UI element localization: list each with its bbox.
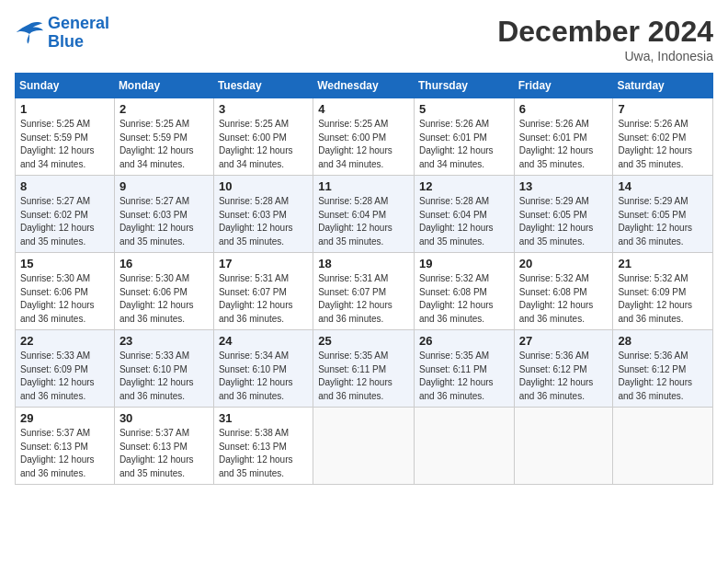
day-info: Sunrise: 5:35 AM Sunset: 6:11 PM Dayligh… bbox=[419, 350, 509, 403]
day-info: Sunrise: 5:31 AM Sunset: 6:07 PM Dayligh… bbox=[318, 272, 409, 326]
day-number: 10 bbox=[219, 179, 308, 193]
day-info: Sunrise: 5:30 AM Sunset: 6:06 PM Dayligh… bbox=[20, 272, 109, 326]
day-number: 8 bbox=[20, 179, 109, 193]
day-number: 9 bbox=[119, 179, 209, 193]
day-number: 24 bbox=[219, 334, 308, 348]
calendar-day-cell: 20Sunrise: 5:32 AM Sunset: 6:08 PM Dayli… bbox=[514, 253, 613, 330]
calendar-day-cell: 27Sunrise: 5:36 AM Sunset: 6:12 PM Dayli… bbox=[514, 330, 613, 408]
calendar-day-cell: 4Sunrise: 5:25 AM Sunset: 6:00 PM Daylig… bbox=[313, 98, 415, 176]
day-number: 16 bbox=[119, 257, 209, 270]
calendar-day-cell: 7Sunrise: 5:26 AM Sunset: 6:02 PM Daylig… bbox=[613, 98, 713, 176]
calendar-day-cell: 16Sunrise: 5:30 AM Sunset: 6:06 PM Dayli… bbox=[114, 253, 213, 330]
day-info: Sunrise: 5:36 AM Sunset: 6:12 PM Dayligh… bbox=[519, 350, 609, 403]
day-number: 11 bbox=[318, 179, 409, 193]
day-number: 3 bbox=[219, 102, 308, 116]
calendar-week-row: 22Sunrise: 5:33 AM Sunset: 6:09 PM Dayli… bbox=[16, 330, 713, 408]
month-title: December 2024 bbox=[497, 15, 713, 49]
day-info: Sunrise: 5:34 AM Sunset: 6:10 PM Dayligh… bbox=[219, 350, 308, 403]
location: Uwa, Indonesia bbox=[497, 49, 713, 63]
day-number: 31 bbox=[219, 411, 308, 425]
calendar-day-cell: 2Sunrise: 5:25 AM Sunset: 5:59 PM Daylig… bbox=[114, 98, 213, 176]
calendar-day-cell: 6Sunrise: 5:26 AM Sunset: 6:01 PM Daylig… bbox=[514, 98, 613, 176]
weekday-header-monday: Monday bbox=[114, 74, 213, 98]
calendar-day-cell: 28Sunrise: 5:36 AM Sunset: 6:12 PM Dayli… bbox=[613, 330, 713, 408]
calendar-day-cell: 24Sunrise: 5:34 AM Sunset: 6:10 PM Dayli… bbox=[213, 330, 313, 408]
day-number: 29 bbox=[20, 411, 109, 425]
day-number: 23 bbox=[119, 334, 209, 348]
calendar-day-cell: 30Sunrise: 5:37 AM Sunset: 6:13 PM Dayli… bbox=[114, 408, 213, 485]
weekday-header-wednesday: Wednesday bbox=[313, 74, 415, 98]
calendar-day-cell: 29Sunrise: 5:37 AM Sunset: 6:13 PM Dayli… bbox=[16, 408, 115, 485]
day-info: Sunrise: 5:28 AM Sunset: 6:04 PM Dayligh… bbox=[419, 195, 509, 248]
calendar-day-cell: 21Sunrise: 5:32 AM Sunset: 6:09 PM Dayli… bbox=[613, 253, 713, 330]
day-number: 17 bbox=[219, 257, 308, 270]
day-info: Sunrise: 5:25 AM Sunset: 6:00 PM Dayligh… bbox=[219, 118, 308, 171]
calendar-week-row: 8Sunrise: 5:27 AM Sunset: 6:02 PM Daylig… bbox=[16, 176, 713, 253]
day-number: 22 bbox=[20, 334, 109, 348]
calendar-day-cell: 8Sunrise: 5:27 AM Sunset: 6:02 PM Daylig… bbox=[16, 176, 115, 253]
calendar-day-cell: 10Sunrise: 5:28 AM Sunset: 6:03 PM Dayli… bbox=[213, 176, 313, 253]
logo-text: GeneralBlue bbox=[48, 15, 109, 52]
day-info: Sunrise: 5:33 AM Sunset: 6:10 PM Dayligh… bbox=[119, 350, 209, 403]
day-number: 2 bbox=[119, 102, 209, 116]
day-info: Sunrise: 5:26 AM Sunset: 6:01 PM Dayligh… bbox=[419, 118, 509, 171]
day-info: Sunrise: 5:26 AM Sunset: 6:02 PM Dayligh… bbox=[618, 118, 708, 171]
day-info: Sunrise: 5:25 AM Sunset: 5:59 PM Dayligh… bbox=[20, 118, 109, 171]
calendar-day-cell: 15Sunrise: 5:30 AM Sunset: 6:06 PM Dayli… bbox=[16, 253, 115, 330]
day-info: Sunrise: 5:28 AM Sunset: 6:04 PM Dayligh… bbox=[318, 195, 409, 248]
empty-cell bbox=[313, 408, 415, 485]
day-number: 13 bbox=[519, 179, 609, 193]
calendar-day-cell: 19Sunrise: 5:32 AM Sunset: 6:08 PM Dayli… bbox=[414, 253, 514, 330]
calendar-day-cell: 5Sunrise: 5:26 AM Sunset: 6:01 PM Daylig… bbox=[414, 98, 514, 176]
day-number: 18 bbox=[318, 257, 409, 270]
calendar-day-cell: 13Sunrise: 5:29 AM Sunset: 6:05 PM Dayli… bbox=[514, 176, 613, 253]
day-info: Sunrise: 5:36 AM Sunset: 6:12 PM Dayligh… bbox=[618, 350, 708, 403]
day-info: Sunrise: 5:31 AM Sunset: 6:07 PM Dayligh… bbox=[219, 272, 308, 326]
day-info: Sunrise: 5:32 AM Sunset: 6:08 PM Dayligh… bbox=[519, 272, 609, 326]
day-info: Sunrise: 5:25 AM Sunset: 5:59 PM Dayligh… bbox=[119, 118, 209, 171]
weekday-header-saturday: Saturday bbox=[613, 74, 713, 98]
day-info: Sunrise: 5:38 AM Sunset: 6:13 PM Dayligh… bbox=[219, 427, 308, 480]
calendar-day-cell: 14Sunrise: 5:29 AM Sunset: 6:05 PM Dayli… bbox=[613, 176, 713, 253]
calendar-day-cell: 25Sunrise: 5:35 AM Sunset: 6:11 PM Dayli… bbox=[313, 330, 415, 408]
day-number: 7 bbox=[618, 102, 708, 116]
day-info: Sunrise: 5:32 AM Sunset: 6:09 PM Dayligh… bbox=[618, 272, 708, 326]
day-info: Sunrise: 5:29 AM Sunset: 6:05 PM Dayligh… bbox=[618, 195, 708, 248]
day-info: Sunrise: 5:33 AM Sunset: 6:09 PM Dayligh… bbox=[20, 350, 109, 403]
calendar-day-cell: 1Sunrise: 5:25 AM Sunset: 5:59 PM Daylig… bbox=[16, 98, 115, 176]
calendar-week-row: 29Sunrise: 5:37 AM Sunset: 6:13 PM Dayli… bbox=[16, 408, 713, 485]
day-number: 14 bbox=[618, 179, 708, 193]
calendar-day-cell: 9Sunrise: 5:27 AM Sunset: 6:03 PM Daylig… bbox=[114, 176, 213, 253]
empty-cell bbox=[414, 408, 514, 485]
day-number: 1 bbox=[20, 102, 109, 116]
day-info: Sunrise: 5:28 AM Sunset: 6:03 PM Dayligh… bbox=[219, 195, 308, 248]
calendar-day-cell: 3Sunrise: 5:25 AM Sunset: 6:00 PM Daylig… bbox=[213, 98, 313, 176]
calendar-day-cell: 26Sunrise: 5:35 AM Sunset: 6:11 PM Dayli… bbox=[414, 330, 514, 408]
weekday-header-friday: Friday bbox=[514, 74, 613, 98]
calendar-day-cell: 23Sunrise: 5:33 AM Sunset: 6:10 PM Dayli… bbox=[114, 330, 213, 408]
day-number: 28 bbox=[618, 334, 708, 348]
title-block: December 2024 Uwa, Indonesia bbox=[497, 15, 713, 63]
day-number: 19 bbox=[419, 257, 509, 270]
day-number: 26 bbox=[419, 334, 509, 348]
day-info: Sunrise: 5:26 AM Sunset: 6:01 PM Dayligh… bbox=[519, 118, 609, 171]
day-number: 5 bbox=[419, 102, 509, 116]
weekday-header-sunday: Sunday bbox=[16, 74, 115, 98]
logo-icon bbox=[15, 20, 44, 46]
day-number: 21 bbox=[618, 257, 708, 270]
weekday-header-tuesday: Tuesday bbox=[213, 74, 313, 98]
calendar-header-row: SundayMondayTuesdayWednesdayThursdayFrid… bbox=[16, 74, 713, 98]
day-info: Sunrise: 5:37 AM Sunset: 6:13 PM Dayligh… bbox=[20, 427, 109, 480]
day-number: 30 bbox=[119, 411, 209, 425]
empty-cell bbox=[613, 408, 713, 485]
day-info: Sunrise: 5:32 AM Sunset: 6:08 PM Dayligh… bbox=[419, 272, 509, 326]
calendar-day-cell: 31Sunrise: 5:38 AM Sunset: 6:13 PM Dayli… bbox=[213, 408, 313, 485]
day-number: 12 bbox=[419, 179, 509, 193]
calendar-day-cell: 22Sunrise: 5:33 AM Sunset: 6:09 PM Dayli… bbox=[16, 330, 115, 408]
day-number: 25 bbox=[318, 334, 409, 348]
empty-cell bbox=[514, 408, 613, 485]
logo: GeneralBlue bbox=[15, 15, 109, 52]
calendar-day-cell: 11Sunrise: 5:28 AM Sunset: 6:04 PM Dayli… bbox=[313, 176, 415, 253]
day-number: 20 bbox=[519, 257, 609, 270]
day-number: 27 bbox=[519, 334, 609, 348]
